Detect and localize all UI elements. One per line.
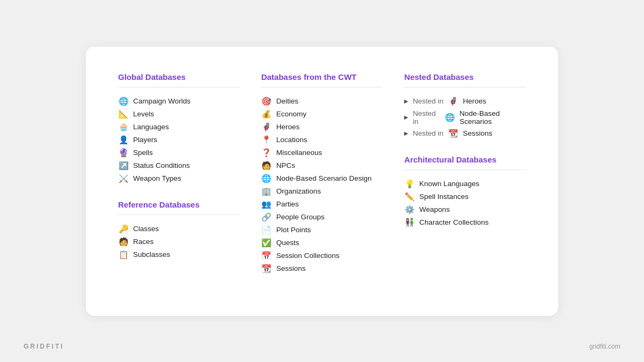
levels-icon: 📐 [118, 109, 129, 119]
list-item[interactable]: 🔗People Groups [261, 211, 383, 224]
deities-icon: 🎯 [261, 97, 272, 106]
sessions-icon: 📆 [261, 264, 272, 274]
arch-divider [404, 169, 526, 170]
players-icon: 👤 [118, 135, 129, 145]
plot-points-icon: 📄 [261, 225, 272, 235]
subclasses-icon: 📋 [118, 250, 129, 260]
locations-icon: 📍 [261, 135, 272, 145]
list-item[interactable]: 📍Locations [261, 134, 383, 146]
languages-icon: 🧁 [118, 122, 129, 132]
list-item[interactable]: ✏️Spell Instances [404, 190, 526, 203]
sessions-nested-icon: 📆 [448, 129, 458, 138]
reference-divider [118, 215, 240, 215]
brand-name: GRIDFITI [24, 343, 64, 350]
list-item[interactable]: 🧑Races [118, 235, 240, 248]
arrow-icon: ▶ [404, 114, 408, 120]
column-global: Global Databases 🌐Campaign Worlds 📐Level… [118, 72, 261, 290]
list-item[interactable]: 👫Character Collections [404, 216, 526, 229]
status-icon: ↗️ [118, 161, 129, 171]
global-title: Global Databases [118, 72, 240, 82]
list-item[interactable]: 📆Sessions [261, 262, 383, 275]
list-item[interactable]: 🧑NPCs [261, 159, 383, 172]
cwt-title: Databases from the CWT [261, 72, 383, 82]
list-item[interactable]: 📋Subclasses [118, 248, 240, 261]
global-divider [118, 87, 240, 87]
arrow-icon: ▶ [404, 98, 408, 104]
node-scenario-icon: 🌐 [261, 174, 272, 183]
economy-icon: 💰 [261, 109, 272, 119]
nested-title: Nested Databases [404, 72, 526, 82]
list-item[interactable]: 🏢Organizations [261, 185, 383, 198]
heroes-nested-icon: 🦸 [448, 97, 458, 106]
global-list: 🌐Campaign Worlds 📐Levels 🧁Languages 👤Pla… [118, 95, 240, 185]
cwt-divider [261, 87, 383, 87]
column-cwt: Databases from the CWT 🎯Deities 💰Economy… [261, 72, 405, 290]
footer-url: gridfiti.com [589, 343, 620, 350]
npcs-icon: 🧑 [261, 161, 272, 171]
list-item[interactable]: 💡Known Languages [404, 178, 526, 190]
spell-instances-icon: ✏️ [404, 192, 415, 202]
node-nested-icon: 🌐 [444, 113, 455, 122]
people-groups-icon: 🔗 [261, 212, 272, 222]
misc-icon: ❓ [261, 148, 272, 158]
weapon-types-icon: ⚔️ [118, 174, 129, 183]
list-item[interactable]: 👤Players [118, 134, 240, 146]
main-card: Global Databases 🌐Campaign Worlds 📐Level… [86, 47, 558, 316]
arch-title: Architectural Databases [404, 155, 526, 164]
globe-icon: 🌐 [118, 97, 129, 106]
list-item[interactable]: 📄Plot Points [261, 224, 383, 237]
spells-icon: 🔮 [118, 148, 129, 158]
list-item[interactable]: 🔮Spells [118, 146, 240, 159]
parties-icon: 👥 [261, 200, 272, 209]
cwt-list: 🎯Deities 💰Economy 🦸Heroes 📍Locations ❓Mi… [261, 95, 383, 275]
session-collections-icon: 📅 [261, 251, 272, 261]
list-item[interactable]: ⚔️Weapon Types [118, 172, 240, 185]
nested-divider [404, 87, 526, 87]
known-languages-icon: 💡 [404, 179, 415, 189]
list-item[interactable]: 👥Parties [261, 198, 383, 211]
nested-item-node[interactable]: ▶ Nested in 🌐 Node-Based Scenarios [404, 108, 526, 127]
footer: GRIDFITI gridfiti.com [0, 343, 644, 350]
heroes-icon: 🦸 [261, 122, 272, 132]
reference-title: Reference Databases [118, 200, 240, 209]
char-collections-icon: 👫 [404, 218, 415, 227]
orgs-icon: 🏢 [261, 187, 272, 196]
nested-item-heroes[interactable]: ▶ Nested in 🦸 Heroes [404, 95, 526, 108]
arch-list: 💡Known Languages ✏️Spell Instances ⚙️Wea… [404, 178, 526, 229]
arrow-icon: ▶ [404, 130, 408, 136]
column-nested: Nested Databases ▶ Nested in 🦸 Heroes ▶ … [404, 72, 526, 290]
list-item[interactable]: 🎯Deities [261, 95, 383, 108]
list-item[interactable]: 🔑Classes [118, 223, 240, 235]
list-item[interactable]: 📐Levels [118, 108, 240, 121]
list-item[interactable]: ❓Miscellaneous [261, 146, 383, 159]
list-item[interactable]: 🌐Node-Based Scenario Design [261, 172, 383, 185]
list-item[interactable]: 🧁Languages [118, 121, 240, 134]
quests-icon: ✅ [261, 238, 272, 248]
reference-list: 🔑Classes 🧑Races 📋Subclasses [118, 223, 240, 261]
list-item[interactable]: ⚙️Weapons [404, 203, 526, 216]
weapons-icon: ⚙️ [404, 205, 415, 215]
list-item[interactable]: ✅Quests [261, 237, 383, 249]
nested-item-sessions[interactable]: ▶ Nested in 📆 Sessions [404, 127, 526, 140]
list-item[interactable]: 💰Economy [261, 108, 383, 121]
list-item[interactable]: 📅Session Collections [261, 249, 383, 262]
nested-list: ▶ Nested in 🦸 Heroes ▶ Nested in 🌐 Node-… [404, 95, 526, 140]
classes-icon: 🔑 [118, 224, 129, 234]
list-item[interactable]: 🦸Heroes [261, 121, 383, 134]
races-icon: 🧑 [118, 237, 129, 247]
list-item[interactable]: ↗️Status Conditions [118, 159, 240, 172]
list-item[interactable]: 🌐Campaign Worlds [118, 95, 240, 108]
